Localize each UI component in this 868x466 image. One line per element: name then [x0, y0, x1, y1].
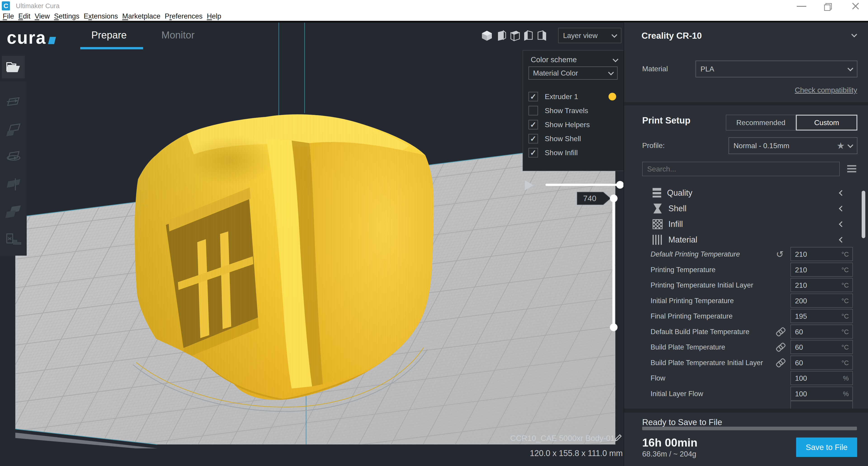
checkbox[interactable]: ✓	[528, 120, 538, 129]
setting-value: 100	[795, 374, 807, 382]
setting-value-field[interactable]: 100 %	[790, 387, 853, 401]
checkbox-row[interactable]: ✓ Show Infill	[528, 146, 621, 160]
setting-value-field[interactable]: 200 °C	[790, 294, 853, 308]
check-compatibility-link[interactable]: Check compatibility	[753, 86, 857, 94]
setting-state-icon[interactable]	[776, 250, 785, 259]
checkbox-label: Show Infill	[545, 149, 578, 157]
material-select[interactable]: PLA	[695, 61, 857, 77]
color-scheme-select[interactable]: Material Color	[528, 66, 618, 80]
menu-item[interactable]: Marketplace	[122, 12, 160, 20]
move-tool-icon[interactable]	[5, 95, 22, 112]
setting-row: Build Plate Temperature Initial Layer 60…	[624, 355, 852, 371]
category-chevron-icon[interactable]	[839, 190, 844, 196]
menu-item[interactable]: Help	[207, 12, 221, 20]
settings-search[interactable]	[642, 162, 840, 176]
profile-select[interactable]: Normal - 0.15mm ★	[728, 137, 857, 154]
model-dimensions: 120.0 x 155.8 x 111.0 mm	[530, 448, 623, 458]
view-front-icon[interactable]	[495, 30, 506, 41]
setting-label: Printing Temperature	[651, 266, 791, 274]
setting-value-field[interactable]: 210 °C	[790, 263, 853, 276]
category-chevron-icon[interactable]	[839, 237, 844, 242]
material-value: PLA	[701, 65, 714, 73]
simulation-slider-track[interactable]	[546, 184, 620, 186]
setting-value-field[interactable]: 210 °C	[790, 278, 853, 292]
checkbox-row[interactable]: ✓ Show Travels	[528, 104, 621, 118]
category-row[interactable]: Material	[642, 232, 857, 247]
category-chevron-icon[interactable]	[839, 206, 844, 211]
color-scheme-value: Material Color	[533, 69, 578, 77]
view-mode-select[interactable]: Layer view	[558, 28, 621, 43]
open-file-button[interactable]	[2, 56, 25, 79]
setting-value-field[interactable]: 100 %	[790, 371, 853, 385]
setting-value-field[interactable]: 210 °C	[790, 247, 853, 261]
setting-value-field[interactable]: 60 °C	[790, 340, 853, 354]
view-top-icon[interactable]	[508, 30, 520, 41]
rotate-tool-icon[interactable]	[5, 149, 22, 167]
checkbox-label: Show Shell	[545, 135, 581, 143]
setting-value-field[interactable]: 195 °C	[790, 309, 853, 323]
checkbox[interactable]: ✓	[528, 92, 538, 101]
color-scheme-checkbox-list: ✓ Extruder 1 ✓ Show Travels ✓ Show Helpe…	[528, 90, 621, 160]
scrollbar-thumb[interactable]	[862, 191, 865, 238]
setting-state-icon[interactable]	[776, 343, 785, 352]
setting-value-field[interactable]: 60 °C	[790, 356, 853, 370]
category-row[interactable]: Infill	[642, 216, 857, 232]
setting-row: Printing Temperature Initial Layer 210 °…	[624, 278, 852, 293]
section-divider	[624, 102, 868, 106]
progress-bar	[642, 427, 857, 430]
setting-unit: %	[843, 390, 849, 398]
setting-row: Build Plate Temperature 60 °C	[624, 340, 852, 355]
tab-prepare[interactable]: Prepare	[91, 29, 127, 41]
category-chevron-icon[interactable]	[839, 221, 844, 227]
layer-slider-top-handle[interactable]	[610, 195, 618, 202]
save-to-file-button[interactable]: Save to File	[796, 437, 857, 457]
menu-item[interactable]: Extensions	[84, 12, 118, 20]
checkbox-row[interactable]: ✓ Show Helpers	[528, 118, 621, 132]
checkbox[interactable]: ✓	[528, 148, 538, 157]
layer-slider-track[interactable]	[612, 198, 615, 327]
support-blocker-icon[interactable]	[5, 231, 22, 248]
cura-window: { "window": { "title": "Ultimaker Cura" …	[0, 0, 868, 466]
checkbox[interactable]: ✓	[528, 106, 538, 115]
menu-item[interactable]: Settings	[54, 12, 79, 20]
menu-item[interactable]: View	[35, 12, 50, 20]
setting-label: Default Printing Temperature	[651, 250, 791, 258]
simulation-slider-handle[interactable]	[616, 181, 624, 189]
setting-label: Default Build Plate Temperature	[651, 328, 791, 336]
setting-state-icon[interactable]	[776, 327, 785, 337]
checkbox[interactable]: ✓	[528, 134, 538, 143]
category-icon	[653, 188, 661, 198]
play-simulation-button[interactable]	[525, 180, 533, 190]
machine-name[interactable]: Creality CR-10	[642, 31, 702, 41]
checkbox-row[interactable]: ✓ Extruder 1	[528, 90, 621, 104]
star-icon[interactable]: ★	[837, 141, 845, 151]
category-row[interactable]: Quality	[642, 185, 857, 201]
mirror-tool-icon[interactable]	[5, 176, 22, 194]
tab-monitor[interactable]: Monitor	[161, 29, 195, 41]
per-model-settings-icon[interactable]	[5, 204, 22, 221]
checkbox-row[interactable]: ✓ Show Shell	[528, 132, 621, 146]
view-left-icon[interactable]	[522, 30, 534, 41]
setting-unit: °C	[841, 282, 849, 289]
menu-item[interactable]: Preferences	[165, 12, 203, 20]
recommended-mode-button[interactable]: Recommended	[726, 115, 796, 130]
layer-slider-bottom-handle[interactable]	[610, 323, 618, 331]
restore-button[interactable]	[822, 3, 835, 9]
view-3d-icon[interactable]	[481, 30, 493, 41]
category-row[interactable]: Shell	[642, 201, 857, 216]
search-input[interactable]	[643, 165, 839, 173]
close-button[interactable]	[848, 3, 862, 9]
setting-value-field[interactable]: 60 °C	[790, 325, 853, 339]
rename-pencil-icon[interactable]	[614, 433, 623, 442]
custom-mode-button[interactable]: Custom	[796, 115, 857, 130]
minimize-button[interactable]	[795, 3, 808, 9]
clipped-setting-field	[790, 401, 853, 409]
setting-state-icon[interactable]	[776, 358, 785, 367]
chevron-down-icon	[847, 142, 853, 148]
menu-item[interactable]: Edit	[18, 12, 30, 20]
menu-item[interactable]: File	[3, 12, 14, 20]
scale-tool-icon[interactable]	[5, 122, 22, 139]
settings-menu-icon[interactable]	[847, 165, 856, 173]
view-right-icon[interactable]	[536, 30, 548, 41]
model-name[interactable]: CCR10_CAE 5000xr Body-01	[510, 434, 615, 443]
